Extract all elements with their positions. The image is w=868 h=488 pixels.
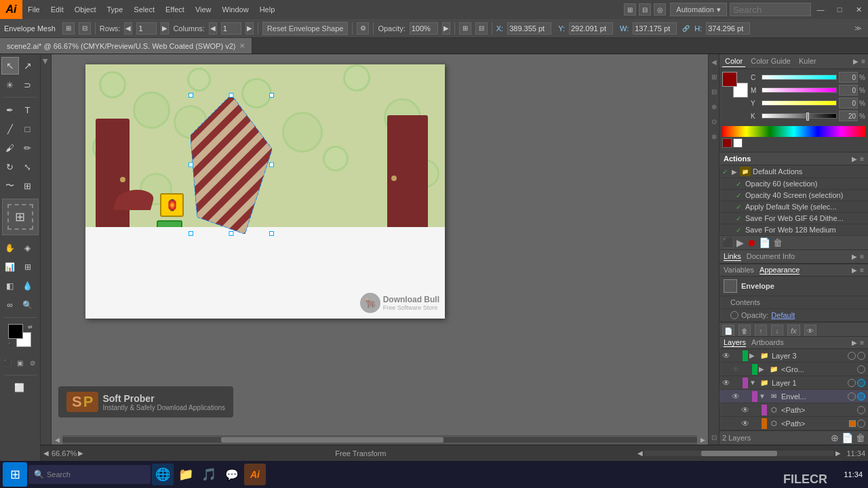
fg-bg-area[interactable] [722,72,748,98]
layers-tab[interactable]: Layers [724,338,746,347]
taskbar-btn-music[interactable]: 🎵 [198,464,220,485]
panel-tools-icon4[interactable]: ⊙ [709,117,719,126]
document-tab[interactable]: scene2.ai* @ 66.67% (CMYK/Preview/U.S. W… [0,38,252,54]
close-tab-icon[interactable]: ✕ [239,42,245,49]
opacity-value[interactable]: Default [771,311,795,319]
h-scroll-track[interactable] [644,451,834,456]
lock-proportions-icon[interactable]: 🔗 [681,24,690,33]
menu-type[interactable]: Type [102,0,129,19]
collapse-left-icon[interactable]: ▶ [41,57,51,66]
menu-edit[interactable]: Edit [45,0,69,19]
action-item-1[interactable]: ✓ Opacity 60 (selection) [719,178,868,190]
handle-left[interactable] [189,162,193,167]
taskbar-btn-chat[interactable]: 💬 [221,464,243,485]
h-scroll-right[interactable]: ▶ [835,449,841,457]
shape-builder-tool[interactable]: ◈ [19,239,37,257]
color-panel-arrow[interactable]: ▶ [853,58,859,65]
envel-circle[interactable] [857,392,865,401]
opacity-arrow-btn[interactable]: ▶ [442,22,450,35]
rows-decrement[interactable]: ◀ [124,22,132,35]
c-input[interactable] [839,72,858,83]
new-art-style-btn[interactable]: 📄 [722,325,734,336]
h-scroll-left[interactable]: ◀ [637,449,643,457]
action-item-5[interactable]: ✓ Save For Web 128 Medium [719,224,868,236]
layer-gro-row[interactable]: 👁 ▶ 📁 <Gro... [719,363,868,376]
direct-selection-tool[interactable]: ↗ [19,57,37,75]
scale-tool[interactable]: ⤡ [19,158,37,176]
close-button[interactable]: ✕ [849,0,868,19]
artboards-tab[interactable]: Artboards [751,338,784,347]
k-input[interactable] [839,110,858,121]
panel-tools-icon1[interactable]: ⊞ [709,72,719,81]
pencil-tool[interactable]: ✏ [19,139,37,157]
puppet-warp-tool[interactable]: ✋ [1,239,19,257]
layer3-circle[interactable] [857,352,865,360]
layer1-target[interactable] [848,379,856,387]
cols-decrement[interactable]: ◀ [209,22,217,35]
move-up-btn[interactable]: ↑ [755,325,767,336]
scroll-thumb[interactable] [221,437,443,443]
taskbar-btn-ai[interactable]: Ai [244,464,266,485]
paintbrush-tool[interactable]: 🖌 [1,139,19,157]
layer3-eye[interactable]: 👁 [722,351,733,361]
canvas-container[interactable]: 🏮 🚶 [52,54,708,445]
gradient-mode-btn[interactable]: ▣ [14,354,26,371]
warp-tool[interactable]: 〜 [1,177,19,195]
path1-eye[interactable]: 👁 [741,405,752,415]
h-scrollbar[interactable]: ◀ ▶ [52,435,708,445]
minimize-button[interactable]: — [811,0,830,19]
maximize-button[interactable]: □ [830,0,849,19]
path2-row[interactable]: 👁 ⬡ <Path> [719,417,868,430]
panel-tools-icon2[interactable]: ⊟ [709,87,719,96]
envelope-options-icon[interactable]: ⚙ [357,22,369,35]
selection-tool[interactable]: ↖ [1,57,19,75]
layer1-expand[interactable]: ▼ [749,379,759,386]
foreground-color-swatch[interactable] [8,324,23,339]
screen-mode-icon[interactable]: ⊞ [624,3,636,16]
color-guide-tab[interactable]: Color Guide [748,56,793,67]
actions-panel-arrow[interactable]: ▶ [852,155,857,163]
menu-window[interactable]: Window [217,0,254,19]
envel-expand[interactable]: ▼ [759,392,768,400]
menu-help[interactable]: Help [254,0,281,19]
visibility-btn[interactable]: 👁 [804,325,816,336]
eyedropper-tool[interactable]: 💧 [19,277,37,295]
y-input[interactable] [569,22,613,35]
lasso-tool[interactable]: ⊃ [19,76,37,94]
panel-tools-icon3[interactable]: ⊕ [709,102,719,111]
default-colors-icon[interactable]: ⬛ [8,342,15,348]
envel-eye[interactable]: 👁 [732,392,743,401]
envel-row[interactable]: 👁 ▼ ✉ Envel... [719,390,868,403]
appearance-panel-menu[interactable]: ≡ [860,266,864,274]
scroll-track[interactable] [62,437,697,443]
y-slider[interactable] [762,100,837,106]
pen-tool[interactable]: ✒ [1,101,19,119]
color-mode-btn[interactable]: ⬛ [1,354,14,371]
delete-style-btn[interactable]: 🗑 [738,325,751,336]
taskbar-btn-ie[interactable]: 🌐 [152,464,174,485]
w-input[interactable] [633,22,677,35]
bridge-icon[interactable]: ◎ [654,3,666,16]
k-slider[interactable] [762,113,837,119]
handle-bottom[interactable] [229,231,234,236]
more-options-icon[interactable]: ≫ [852,22,864,35]
layer1-eye[interactable]: 👁 [722,378,733,388]
kuler-tab[interactable]: Kuler [796,56,819,67]
layer-3-row[interactable]: 👁 ▶ 📁 Layer 3 [719,349,868,363]
menu-view[interactable]: View [190,0,217,19]
path1-target[interactable] [857,406,865,414]
change-screen-mode-btn[interactable]: ⬜ [1,379,38,396]
m-input[interactable] [839,85,858,96]
gradient-tool[interactable]: ◧ [1,277,19,295]
rows-input[interactable] [136,22,157,35]
layer3-expand[interactable]: ▶ [749,352,759,359]
delete-layer-btn[interactable]: 🗑 [856,432,865,443]
doc-info-tab[interactable]: Document Info [747,252,795,261]
align-icon[interactable]: ⊟ [475,22,488,35]
type-tool[interactable]: T [19,101,37,119]
move-down-btn[interactable]: ↓ [771,325,783,336]
links-panel-arrow[interactable]: ▶ [852,253,857,260]
handle-tl[interactable] [189,93,193,98]
c-slider[interactable] [762,75,837,80]
color-tab[interactable]: Color [722,56,745,67]
